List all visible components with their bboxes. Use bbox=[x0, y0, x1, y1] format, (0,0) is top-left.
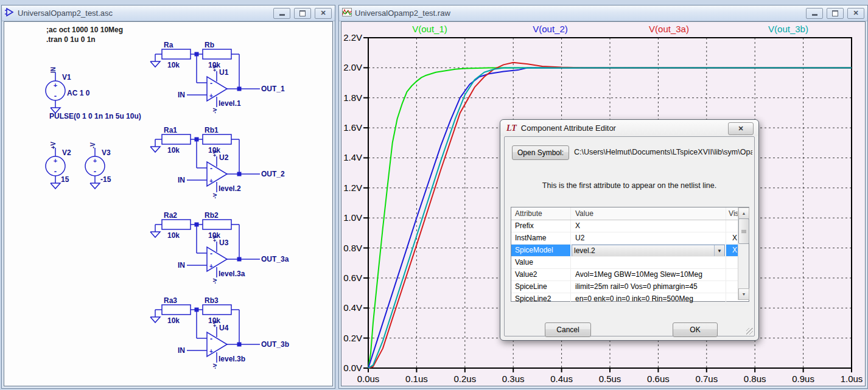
minimize-button[interactable] bbox=[806, 8, 823, 19]
scrollbar-thumb[interactable] bbox=[738, 218, 749, 244]
minimize-icon bbox=[812, 14, 817, 16]
schematic-canvas[interactable]: ;ac oct 1000 10 10Meg.tran 0 1u 0 1n+-V1… bbox=[4, 21, 333, 386]
attribute-table: AttributeValueVis.PrefixXInstNameU2XSpic… bbox=[511, 207, 749, 302]
opamp-name: U4 bbox=[219, 324, 229, 332]
attribute-row-spiceline[interactable]: SpiceLineilimit=25m rail=0 Vos=0 phimarg… bbox=[511, 281, 749, 293]
attribute-value-cell[interactable]: U2 bbox=[571, 232, 726, 244]
opamp-stage-u4[interactable]: -++V-VRa310kRb310kU4level.3bINOUT_3b bbox=[150, 296, 289, 369]
attribute-value-cell[interactable]: Avol=1Meg GBW=10Meg Slew=10Meg bbox=[571, 269, 726, 280]
voltage-source-v1[interactable]: +-V1INAC 1 0PULSE(0 1 0 1n 1n 5u 10u) bbox=[46, 67, 141, 120]
scroll-up-arrow-icon[interactable]: ▲ bbox=[738, 207, 749, 219]
dialog-content: Open Symbol: C:\Users\Helmut\Documents\L… bbox=[504, 136, 755, 336]
opamp-stage-u3[interactable]: -++V-VRa210kRb210kU3level.3aINOUT_3a bbox=[150, 211, 289, 284]
opamp-model: level.3b bbox=[219, 355, 245, 363]
net-flag: +V bbox=[50, 141, 57, 149]
svg-text:-: - bbox=[210, 249, 212, 258]
net-label-in: IN bbox=[178, 176, 185, 184]
restore-button[interactable] bbox=[827, 8, 844, 19]
attribute-value-cell[interactable]: level.2▼ bbox=[571, 245, 726, 256]
table-scrollbar[interactable]: ▲▼ bbox=[738, 207, 749, 300]
dialog-titlebar[interactable]: LT Component Attribute Editor bbox=[500, 120, 758, 136]
schematic-window: UniversalOpamp2_test.asc ✕ ;ac oct 1000 … bbox=[1, 5, 335, 389]
dialog-close-button[interactable]: ✕ bbox=[728, 122, 754, 135]
waveform-window-title: UniversalOpamp2_test.raw bbox=[355, 9, 803, 18]
attribute-name-cell[interactable]: Prefix bbox=[511, 220, 571, 232]
svg-text:+: + bbox=[209, 348, 213, 355]
voltage-source-v2[interactable]: +-V2+V15 bbox=[46, 141, 71, 189]
attribute-name-cell[interactable]: InstName bbox=[511, 232, 571, 244]
y-tick-label: 0.8V bbox=[343, 243, 362, 253]
source-value: -15 bbox=[100, 175, 111, 184]
schematic-titlebar[interactable]: UniversalOpamp2_test.asc ✕ bbox=[2, 5, 335, 21]
resize-grip[interactable] bbox=[746, 328, 753, 335]
attribute-value-cell[interactable]: en=0 enk=0 in=0 ink=0 Rin=500Meg bbox=[571, 293, 726, 305]
opamp-model: level.3a bbox=[219, 270, 245, 278]
restore-icon bbox=[299, 10, 306, 16]
x-tick-label: 1.0us bbox=[841, 374, 863, 384]
close-button[interactable]: ✕ bbox=[847, 8, 864, 19]
y-tick-label: 1.6V bbox=[343, 122, 362, 133]
symbol-path-text: C:\Users\Helmut\Documents\LTspiceXVII\li… bbox=[574, 148, 752, 156]
opamp-stage-u1[interactable]: -++V-VRa10kRb10kU1level.1INOUT_1 bbox=[150, 41, 285, 114]
attribute-name-cell[interactable]: SpiceModel bbox=[511, 245, 571, 256]
dropdown-arrow-icon[interactable]: ▼ bbox=[714, 245, 724, 256]
attribute-name-cell[interactable]: Value2 bbox=[511, 269, 571, 280]
attribute-value-cell[interactable]: X bbox=[571, 220, 726, 232]
x-tick-label: 0.1us bbox=[405, 374, 428, 384]
resistor-value: 10k bbox=[167, 231, 180, 240]
restore-icon bbox=[832, 10, 838, 16]
x-tick-label: 0.7us bbox=[695, 374, 718, 384]
source-name: V3 bbox=[102, 148, 111, 157]
close-button[interactable]: ✕ bbox=[315, 8, 332, 19]
minimize-button[interactable] bbox=[273, 8, 290, 19]
attribute-name-cell[interactable]: Value bbox=[511, 257, 571, 268]
opamp-name: U3 bbox=[219, 239, 229, 247]
column-header-value[interactable]: Value bbox=[571, 207, 726, 220]
y-tick-label: 1.8V bbox=[343, 92, 362, 103]
source-name: V2 bbox=[62, 148, 71, 157]
voltage-source-v3[interactable]: +-V3-V-15 bbox=[85, 142, 111, 189]
attribute-row-value2[interactable]: Value2Avol=1Meg GBW=10Meg Slew=10Meg bbox=[511, 269, 749, 281]
attribute-row-spicemodel[interactable]: SpiceModellevel.2▼X bbox=[511, 245, 749, 257]
scroll-down-arrow-icon[interactable]: ▼ bbox=[738, 288, 749, 300]
attribute-value-cell[interactable] bbox=[571, 257, 726, 268]
resistor-name: Ra1 bbox=[164, 126, 177, 134]
cancel-button[interactable]: Cancel bbox=[545, 322, 591, 337]
y-tick-label: 1.2V bbox=[343, 183, 362, 193]
ok-button[interactable]: OK bbox=[673, 322, 718, 337]
resistor-name: Rb1 bbox=[205, 126, 219, 134]
source-value: AC 1 0 bbox=[67, 89, 90, 97]
restore-button[interactable] bbox=[294, 8, 311, 19]
y-tick-label: 0.2V bbox=[343, 333, 362, 343]
attribute-description-text: This is the first attribute to appear on… bbox=[505, 181, 754, 190]
attribute-value-cell[interactable]: ilimit=25m rail=0 Vos=0 phimargin=45 bbox=[571, 281, 726, 293]
column-header-attribute[interactable]: Attribute bbox=[511, 207, 571, 220]
attribute-row-instname[interactable]: InstNameU2X bbox=[511, 232, 749, 245]
open-symbol-button[interactable]: Open Symbol: bbox=[512, 145, 569, 160]
close-icon: ✕ bbox=[853, 10, 858, 16]
opamp-name: U1 bbox=[219, 68, 229, 77]
attribute-name-cell[interactable]: SpiceLine2 bbox=[511, 293, 571, 305]
x-tick-label: 0.5us bbox=[599, 374, 621, 384]
y-tick-label: 0.0V bbox=[343, 363, 362, 373]
attribute-row-spiceline2[interactable]: SpiceLine2en=0 enk=0 in=0 ink=0 Rin=500M… bbox=[511, 293, 749, 305]
svg-text:-V: -V bbox=[212, 364, 218, 369]
waveform-titlebar[interactable]: UniversalOpamp2_test.raw ✕ bbox=[339, 5, 867, 21]
schematic-drawing: ;ac oct 1000 10 10Meg.tran 0 1u 0 1n+-V1… bbox=[4, 22, 332, 386]
svg-text:+: + bbox=[54, 157, 57, 164]
attribute-name-cell[interactable]: SpiceLine bbox=[511, 281, 571, 293]
net-label-out: OUT_1 bbox=[261, 85, 285, 93]
net-label-in: IN bbox=[178, 261, 185, 270]
attribute-row-value[interactable]: Value bbox=[511, 257, 749, 269]
x-tick-label: 0.0us bbox=[357, 374, 380, 384]
resistor-value: 10k bbox=[167, 316, 180, 325]
y-tick-label: 2.0V bbox=[343, 62, 362, 72]
attribute-row-prefix[interactable]: PrefixX bbox=[511, 220, 749, 232]
svg-text:-V: -V bbox=[212, 108, 218, 114]
opamp-stage-u2[interactable]: -++V-VRa110kRb110kU2level.2INOUT_2 bbox=[150, 126, 285, 199]
svg-text:+: + bbox=[93, 157, 97, 164]
spice-model-combobox[interactable]: level.2▼ bbox=[572, 245, 725, 256]
close-icon: ✕ bbox=[320, 10, 326, 16]
resistor-name: Ra3 bbox=[164, 296, 177, 305]
svg-text:-: - bbox=[210, 79, 212, 88]
